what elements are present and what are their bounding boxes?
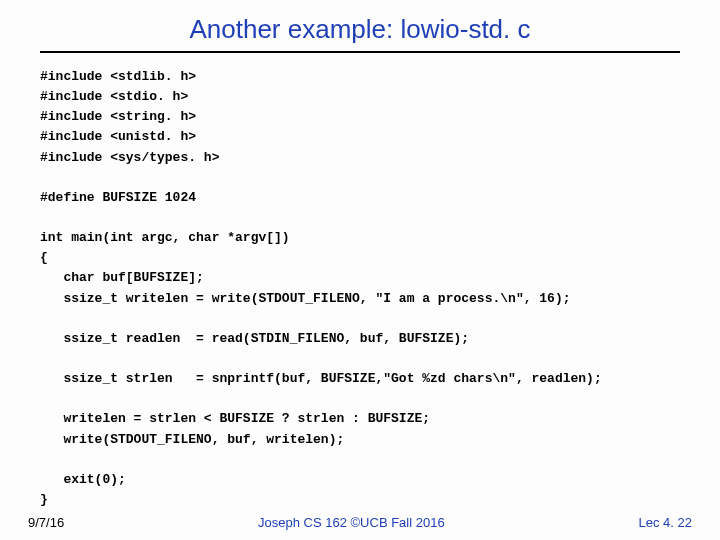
footer-attribution: Joseph CS 162 ©UCB Fall 2016: [258, 515, 445, 530]
slide-title: Another example: lowio-std. c: [0, 0, 720, 51]
code-block: #include <stdlib. h> #include <stdio. h>…: [0, 67, 720, 510]
footer-date: 9/7/16: [28, 515, 64, 530]
title-rule: [40, 51, 680, 53]
footer: 9/7/16 Joseph CS 162 ©UCB Fall 2016 Lec …: [0, 515, 720, 530]
footer-page: Lec 4. 22: [639, 515, 693, 530]
